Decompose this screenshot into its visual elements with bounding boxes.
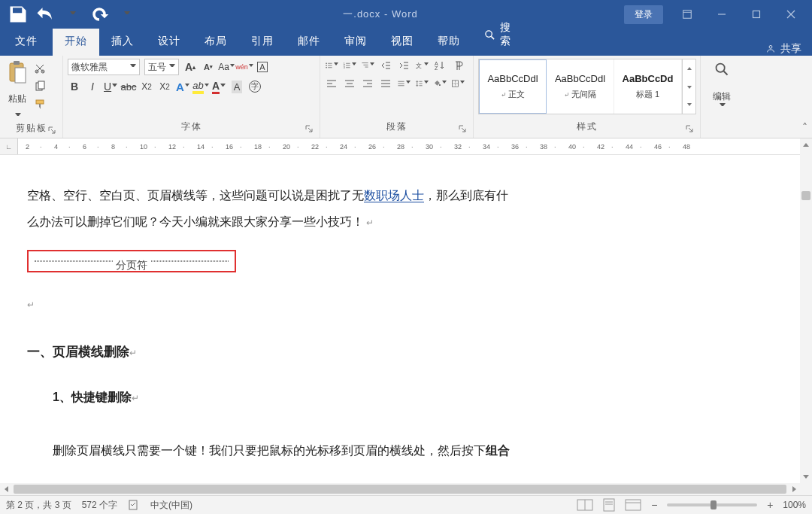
numbering-icon[interactable]: 123 bbox=[343, 59, 356, 72]
scroll-up-icon[interactable] bbox=[800, 138, 812, 151]
tab-design[interactable]: 设计 bbox=[146, 29, 192, 56]
horizontal-scrollbar[interactable] bbox=[0, 483, 800, 495]
justify-icon[interactable] bbox=[379, 77, 392, 90]
zoom-slider-knob[interactable] bbox=[710, 500, 717, 509]
paragraph[interactable]: 删除页眉横线只需要一个键！我们只要把鼠标的光标移到页眉的横线处，然后按下组合 bbox=[53, 437, 773, 464]
tab-insert[interactable]: 插入 bbox=[99, 29, 146, 56]
borders-icon[interactable] bbox=[451, 77, 465, 90]
tab-review[interactable]: 审阅 bbox=[332, 29, 379, 56]
format-painter-icon[interactable] bbox=[33, 98, 47, 111]
show-marks-icon[interactable] bbox=[451, 59, 465, 72]
ruler-ticks[interactable]: 2·4·6·8·10·12·14·16·18·20·22·24·26·28·30… bbox=[18, 143, 812, 151]
undo-dropdown[interactable] bbox=[62, 0, 83, 29]
phonetic-guide-icon[interactable]: wén bbox=[238, 60, 251, 74]
tab-search[interactable]: 搜索 bbox=[472, 15, 523, 56]
multilevel-list-icon[interactable] bbox=[361, 59, 374, 72]
heading[interactable]: 一、页眉横线删除↵ bbox=[27, 338, 773, 366]
char-shading-icon[interactable]: A bbox=[230, 80, 244, 93]
align-right-icon[interactable] bbox=[361, 77, 374, 90]
vertical-scrollbar[interactable] bbox=[800, 138, 812, 495]
change-case-icon[interactable]: Aa bbox=[220, 60, 233, 74]
bullets-icon[interactable] bbox=[325, 59, 338, 72]
cut-icon[interactable] bbox=[33, 62, 47, 75]
read-mode-icon[interactable] bbox=[577, 498, 593, 512]
styles-gallery-more[interactable] bbox=[682, 59, 695, 114]
enclose-char-icon[interactable]: 字 bbox=[248, 80, 262, 93]
find-button[interactable]: 编辑 bbox=[705, 59, 738, 112]
page-count[interactable]: 第 2 页，共 3 页 bbox=[6, 499, 71, 512]
tab-help[interactable]: 帮助 bbox=[426, 29, 472, 56]
ruler-corner[interactable]: ∟ bbox=[0, 138, 18, 155]
dialog-launcher-icon[interactable] bbox=[685, 124, 694, 133]
superscript-icon[interactable]: X2 bbox=[158, 80, 171, 93]
page-break-marker[interactable]: 分页符 bbox=[35, 260, 229, 262]
text-effects-icon[interactable]: A bbox=[176, 80, 189, 93]
word-count[interactable]: 572 个字 bbox=[82, 499, 117, 512]
align-left-icon[interactable] bbox=[325, 77, 338, 90]
paste-button[interactable]: 粘贴 bbox=[5, 59, 30, 120]
language-status[interactable]: 中文(中国) bbox=[150, 499, 192, 512]
zoom-level[interactable]: 100% bbox=[783, 500, 806, 510]
decrease-indent-icon[interactable] bbox=[379, 59, 392, 72]
shrink-font-icon[interactable]: A▾ bbox=[201, 60, 215, 74]
highlight-icon[interactable]: ab bbox=[194, 80, 208, 93]
font-color-icon[interactable]: A bbox=[212, 80, 226, 93]
increase-indent-icon[interactable] bbox=[397, 59, 411, 72]
tab-home[interactable]: 开始 bbox=[53, 29, 99, 56]
scroll-thumb[interactable] bbox=[801, 191, 810, 200]
redo-icon[interactable] bbox=[89, 0, 110, 29]
scroll-down-icon[interactable] bbox=[800, 151, 812, 163]
copy-icon[interactable] bbox=[33, 80, 47, 93]
collapse-ribbon-icon[interactable]: ˄ bbox=[802, 121, 807, 133]
minimize-icon[interactable] bbox=[705, 0, 738, 29]
save-icon[interactable] bbox=[8, 0, 29, 29]
undo-icon[interactable] bbox=[35, 0, 56, 29]
tab-file[interactable]: 文件 bbox=[0, 29, 53, 56]
tab-mailings[interactable]: 邮件 bbox=[286, 29, 332, 56]
asian-layout-icon[interactable]: 文 bbox=[415, 59, 429, 72]
login-button[interactable]: 登录 bbox=[624, 5, 663, 24]
zoom-slider[interactable] bbox=[667, 503, 757, 506]
tab-view[interactable]: 视图 bbox=[379, 29, 426, 56]
close-icon[interactable] bbox=[774, 0, 807, 29]
hyperlink[interactable]: 数职场人士 bbox=[364, 189, 424, 202]
char-border-icon[interactable]: A bbox=[256, 60, 269, 74]
document-area[interactable]: 空格、空行、空白页、页眉横线等，这些问题可以说是困扰了无数职场人士，那么到底有什… bbox=[0, 155, 800, 495]
spell-check-icon[interactable] bbox=[128, 498, 140, 512]
line-spacing-icon[interactable] bbox=[415, 77, 429, 90]
align-center-icon[interactable] bbox=[343, 77, 356, 90]
share-button[interactable]: 共享 bbox=[765, 42, 812, 56]
print-layout-icon[interactable] bbox=[601, 498, 617, 512]
shading-icon[interactable] bbox=[433, 77, 447, 90]
style-normal[interactable]: AaBbCcDdl ⤶正文 bbox=[479, 59, 547, 114]
strikethrough-icon[interactable]: abc bbox=[122, 80, 135, 93]
subscript-icon[interactable]: X2 bbox=[140, 80, 153, 93]
style-heading1[interactable]: AaBbCcDd 标题 1 bbox=[614, 59, 682, 114]
scroll-thumb[interactable] bbox=[14, 485, 786, 494]
sort-icon[interactable]: AZ bbox=[433, 59, 447, 72]
tab-layout[interactable]: 布局 bbox=[192, 29, 239, 56]
underline-icon[interactable]: U bbox=[104, 80, 117, 93]
web-layout-icon[interactable] bbox=[625, 498, 641, 512]
dialog-launcher-icon[interactable] bbox=[304, 124, 314, 133]
paragraph[interactable]: ↵ bbox=[27, 295, 773, 315]
zoom-in-button[interactable]: + bbox=[765, 499, 775, 511]
qat-customize-dropdown[interactable] bbox=[116, 0, 137, 29]
italic-icon[interactable]: I bbox=[86, 80, 99, 93]
font-name-select[interactable]: 微软雅黑 bbox=[68, 59, 140, 75]
paragraph[interactable]: 空格、空行、空白页、页眉横线等，这些问题可以说是困扰了无数职场人士，那么到底有什 bbox=[27, 182, 773, 208]
dialog-launcher-icon[interactable] bbox=[47, 126, 56, 135]
tab-references[interactable]: 引用 bbox=[239, 29, 286, 56]
maximize-icon[interactable] bbox=[740, 0, 773, 29]
style-no-spacing[interactable]: AaBbCcDdl ⤶无间隔 bbox=[547, 59, 614, 114]
subheading[interactable]: 1、快捷键删除↵ bbox=[53, 384, 773, 410]
bold-icon[interactable]: B bbox=[68, 80, 81, 93]
paragraph[interactable]: 么办法可以删掉它们呢？今天小编就来跟大家分享一些小技巧！ ↵ bbox=[27, 208, 773, 235]
dialog-launcher-icon[interactable] bbox=[458, 124, 467, 133]
zoom-out-button[interactable]: − bbox=[649, 499, 659, 511]
grow-font-icon[interactable]: A▴ bbox=[183, 60, 197, 74]
scroll-right-icon[interactable] bbox=[788, 483, 800, 495]
ribbon-display-icon[interactable] bbox=[671, 0, 704, 29]
font-size-select[interactable]: 五号 bbox=[144, 59, 179, 75]
distribute-icon[interactable] bbox=[397, 77, 411, 90]
